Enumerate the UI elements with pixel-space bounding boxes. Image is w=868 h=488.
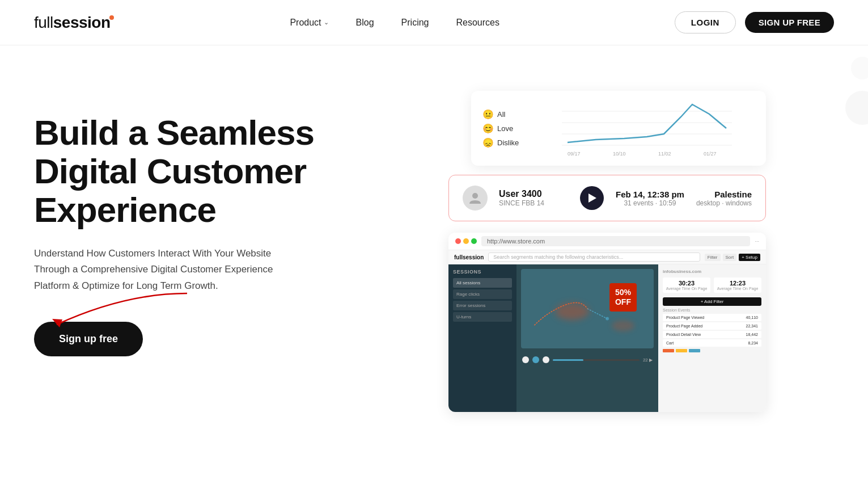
event-name-2: Product Page Added [666, 324, 702, 328]
svg-point-10 [606, 317, 609, 321]
heatmap-stat-sessions: 12:23 Average Time On Page [714, 277, 761, 293]
session-date: Feb 14, 12:38 pm [615, 190, 685, 199]
session-card: User 3400 SINCE FBB 14 Feb 14, 12:38 pm … [448, 175, 766, 221]
browser-url-bar: http://www.store.com [481, 236, 750, 246]
hero-cta-button[interactable]: Sign up free [34, 322, 143, 356]
legend-red [663, 349, 674, 352]
sentiment-all: 😐 All [482, 109, 528, 120]
session-avatar [463, 186, 488, 211]
session-date-block: Feb 14, 12:38 pm 31 events · 10:59 [615, 190, 685, 207]
heatmap-sidebar-item-3[interactable]: Error sessions [453, 301, 512, 310]
signup-button[interactable]: SIGN UP FREE [745, 12, 834, 33]
browser-url-text: http://www.store.com [487, 238, 545, 245]
session-location: Palestine [696, 190, 752, 199]
bg-decoration-1 [845, 91, 868, 125]
heatmap-event-row-2: Product Page Added22,341 [663, 322, 761, 330]
heatmap-sidebar-title: SESSIONS [453, 269, 512, 275]
event-count-1: 40,110 [746, 315, 758, 319]
event-count-3: 18,442 [746, 333, 758, 336]
session-device: desktop · windows [696, 199, 752, 207]
heatmap-event-row-1: Product Page Viewed40,110 [663, 314, 761, 321]
heatmap-filter-btn[interactable]: Filter [705, 254, 721, 261]
sentiment-love-label: Love [497, 124, 513, 133]
logo[interactable]: fullsession [34, 14, 115, 32]
heatmap-sidebar-item-2[interactable]: Rage clicks [453, 289, 512, 299]
heatmap-browser-header: http://www.store.com ··· [448, 233, 766, 250]
heatmap-sort-btn[interactable]: Sort [723, 254, 737, 261]
sentiment-panel: 😐 All 😊 Love 😞 Dislike [482, 100, 528, 157]
play-icon [588, 193, 596, 203]
logo-text-normal: full [34, 14, 53, 31]
svg-text:11/02: 11/02 [658, 151, 671, 157]
svg-point-9 [472, 193, 478, 199]
event-count-4: 8,234 [748, 341, 758, 345]
heatmap-event-row-4: Cart8,234 [663, 339, 761, 347]
nav-product-label: Product [290, 18, 321, 28]
heatmap-right-stats-row: 30:23 Average Time On Page 12:23 Average… [663, 277, 761, 293]
svg-text:01/27: 01/27 [704, 151, 717, 157]
nav-blog-label: Blog [356, 18, 374, 28]
event-name-1: Product Page Viewed [666, 315, 704, 319]
heatmap-stat-avg-time: 30:23 Average Time On Page [663, 277, 710, 293]
heatmap-export-btn[interactable]: + Setup [739, 254, 760, 261]
heatmap-event-row-3: Product Detail View18,442 [663, 331, 761, 338]
hero-title-line3: Experience [34, 190, 216, 229]
hero-subtitle: Understand How Customers Interact With Y… [34, 246, 295, 295]
navbar: fullsession Product ⌄ Blog Pricing Resou… [0, 0, 868, 45]
hero-left: Build a Seamless Digital Customer Experi… [34, 79, 329, 356]
heatmap-right-filter-btn[interactable]: + Add Filter [663, 297, 761, 306]
chevron-down-icon: ⌄ [324, 19, 329, 26]
event-count-2: 22,341 [746, 324, 758, 328]
nav-blog[interactable]: Blog [356, 18, 374, 28]
heatmap-card: http://www.store.com ··· fullsession Sea… [448, 233, 766, 412]
playback-play-btn[interactable] [532, 356, 539, 363]
heatmap-right-sessions-label: Session Events [663, 308, 761, 312]
browser-dots [455, 238, 477, 244]
heatmap-toolbar-buttons: Filter Sort + Setup [705, 254, 760, 261]
sentiment-all-label: All [497, 110, 505, 119]
heatmap-brand-label: fullsession [454, 254, 484, 260]
hero-title-line2: Digital Customer [34, 152, 306, 191]
heatmap-banner: 50%OFF [521, 269, 654, 348]
play-button[interactable] [580, 186, 604, 210]
legend-yellow [676, 349, 687, 352]
cta-container: Sign up free [34, 322, 143, 356]
sentiment-dislike: 😞 Dislike [482, 137, 528, 148]
event-name-3: Product Detail View [666, 333, 701, 336]
sentiment-love-emoji: 😊 [482, 123, 494, 134]
nav-pricing[interactable]: Pricing [401, 18, 429, 28]
analytics-card: 😐 All 😊 Love 😞 Dislike [471, 91, 766, 166]
playback-timeline [553, 359, 640, 361]
sentiment-dislike-label: Dislike [497, 138, 519, 147]
analytics-chart: 09/17 10/10 11/02 01/27 [539, 100, 755, 157]
login-button[interactable]: LOGIN [675, 11, 736, 33]
nav-resources-label: Resources [456, 18, 499, 28]
discount-badge: 50%OFF [609, 283, 637, 312]
legend-blue [689, 349, 700, 352]
heatmap-search-bar: Search segments matching the following c… [488, 253, 700, 262]
heatmap-hotspot-2 [612, 320, 634, 331]
browser-action-1: ··· [755, 238, 759, 244]
heatmap-color-legend [663, 349, 761, 352]
hero-section: Build a Seamless Digital Customer Experi… [0, 45, 868, 488]
heatmap-sidebar-item-1[interactable]: All sessions [453, 278, 512, 288]
nav-pricing-label: Pricing [401, 18, 429, 28]
browser-dot-minimize [463, 238, 469, 244]
hero-title-line1: Build a Seamless [34, 113, 314, 152]
playback-next-btn[interactable] [543, 356, 549, 363]
heatmap-right-panel: infobusiness.com 30:23 Average Time On P… [658, 264, 766, 412]
nav-product[interactable]: Product ⌄ [290, 18, 328, 28]
session-location-block: Palestine desktop · windows [696, 190, 752, 207]
heatmap-toolbar: fullsession Search segments matching the… [448, 250, 766, 264]
session-user: User 3400 [499, 189, 569, 199]
heatmap-sidebar-item-4[interactable]: U-turns [453, 312, 512, 322]
heatmap-center: 50%OFF 22 ▶ [516, 264, 658, 412]
nav-actions: LOGIN SIGN UP FREE [675, 11, 834, 33]
browser-actions: ··· [755, 238, 759, 244]
playback-prev-btn[interactable] [522, 356, 529, 363]
hero-right: 😐 All 😊 Love 😞 Dislike [448, 79, 834, 412]
playback-time: 22 ▶ [643, 357, 653, 363]
playback-timeline-fill [553, 359, 583, 361]
nav-resources[interactable]: Resources [456, 18, 499, 28]
sentiment-love: 😊 Love [482, 123, 528, 134]
